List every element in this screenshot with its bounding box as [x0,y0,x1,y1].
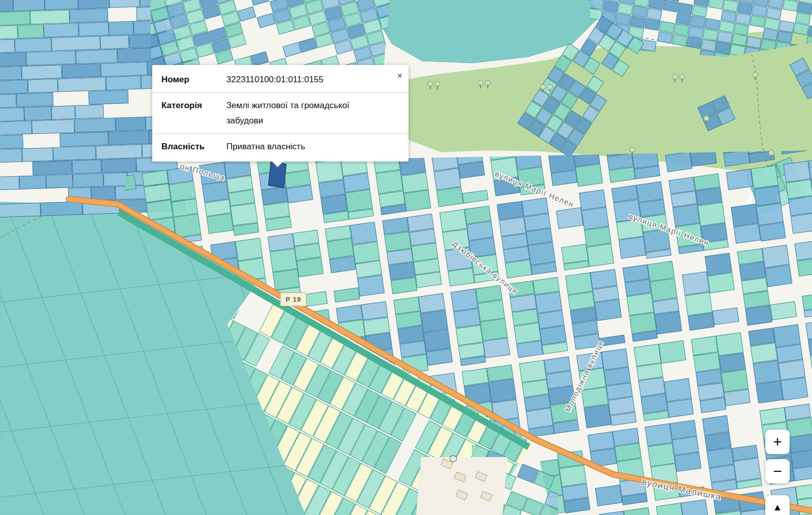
parcel-number-label: Номер [161,72,226,87]
close-icon[interactable]: × [397,71,402,80]
parcel-ownership-label: Власність [161,139,226,154]
zoom-controls: + − ▲ [765,430,790,515]
parcel-category-value: Землі житлової та громадської забудови [226,98,379,128]
popup-row-category: Категорія Землі житлової та громадської … [152,93,409,134]
parcel-ownership-value: Приватна власність [226,139,305,154]
parcel-info-popup: × Номер 3223110100:01:011:0155 Категорія… [152,65,409,162]
parcel-category-label: Категорія [161,98,226,128]
road-ref-badge: Р 19 [280,293,307,306]
zoom-out-button[interactable]: − [765,459,790,484]
popup-row-number: Номер 3223110100:01:011:0155 [152,67,409,93]
map-viewport[interactable]: он Польща вулиця Марії Нелен вулиця Марі… [0,0,812,515]
parcel-number-value: 3223110100:01:011:0155 [226,72,323,87]
zoom-in-button[interactable]: + [765,430,790,454]
compass-button[interactable]: ▲ [765,495,790,515]
popup-row-ownership: Власність Приватна власність [152,134,409,159]
